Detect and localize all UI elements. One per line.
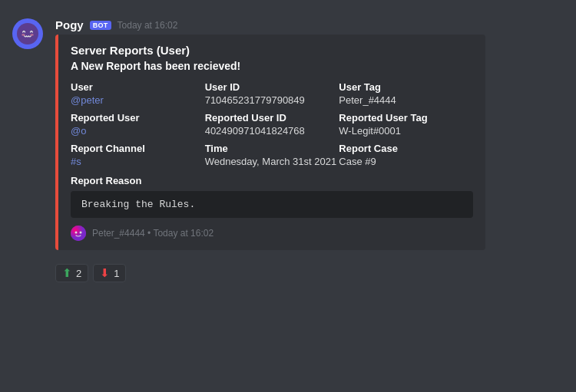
upvote-reaction[interactable]: ⬆ 2 [55,264,88,282]
embed-fields: User @peter User ID 710465231779790849 U… [71,81,473,167]
svg-point-5 [80,232,82,234]
message-content: Pogy BOT Today at 16:02 Server Reports (… [55,18,564,250]
embed-footer: Peter_#4444 • Today at 16:02 [71,226,473,241]
downvote-reaction[interactable]: ⬇ 1 [93,264,126,282]
downvote-icon: ⬇ [100,266,110,280]
footer-text: Peter_#4444 • Today at 16:02 [92,228,214,239]
avatar [12,18,43,49]
field-reported-user-tag: Reported User Tag W-Legit#0001 [339,112,473,137]
embed-title: Server Reports (User) [71,44,473,57]
message-row: Pogy BOT Today at 16:02 Server Reports (… [12,15,564,253]
svg-point-1 [22,34,25,36]
field-user: User @peter [71,81,205,106]
footer-avatar [71,226,86,241]
message-timestamp: Today at 16:02 [118,20,178,31]
field-report-channel: Report Channel #s [71,143,205,167]
username: Pogy [55,18,84,31]
field-report-case: Report Case Case #9 [339,143,473,167]
embed-reason-label: Report Reason [71,175,473,186]
field-reported-user: Reported User @o [71,112,205,137]
field-time: Time Wednesday, March 31st 2021 [205,143,339,167]
upvote-icon: ⬆ [62,266,72,280]
reactions-row: ⬆ 2 ⬇ 1 [55,264,564,282]
embed-subtitle: A New Report has been recieved! [71,60,473,72]
upvote-count: 2 [76,268,81,279]
embed: Server Reports (User) A New Report has b… [55,35,485,250]
svg-point-2 [31,34,34,36]
svg-point-3 [71,226,86,241]
svg-point-4 [75,232,78,234]
svg-point-0 [17,23,38,44]
bot-badge: BOT [90,21,111,30]
message-header: Pogy BOT Today at 16:02 [55,18,564,31]
embed-reason-box: Breaking the Rules. [71,191,473,218]
field-reported-user-id: Reported User ID 402490971041824768 [205,112,339,137]
field-user-id: User ID 710465231779790849 [205,81,339,106]
chat-area: Pogy BOT Today at 16:02 Server Reports (… [0,0,576,290]
downvote-count: 1 [114,268,119,279]
field-user-tag: User Tag Peter_#4444 [339,81,473,106]
